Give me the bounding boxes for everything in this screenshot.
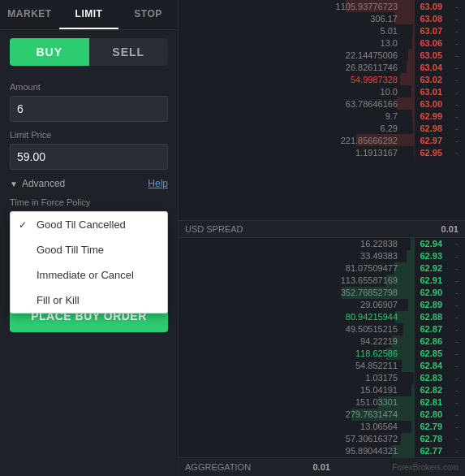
left-panel: MARKET LIMIT STOP BUY SELL Amount LTC Li… [0, 0, 179, 476]
bid-dash: - [442, 385, 459, 395]
buy-button[interactable]: BUY [10, 38, 89, 66]
ask-row: 1105.9377672363.09- [179, 0, 465, 12]
ask-price: 62.98 [398, 123, 442, 133]
amount-label: Amount [10, 82, 168, 92]
ask-row: 10.063.01- [179, 85, 465, 97]
bid-dash: - [442, 348, 459, 358]
bid-qty: 16.22838 [185, 239, 398, 249]
bid-dash: - [442, 397, 459, 407]
ask-dash: - [442, 148, 459, 158]
ask-qty: 10.0 [185, 87, 398, 97]
ask-price: 63.05 [398, 50, 442, 60]
ask-dash: - [442, 111, 459, 121]
ask-dash: - [442, 38, 459, 48]
limit-price-unit: USD [166, 146, 168, 167]
tab-limit[interactable]: LIMIT [59, 0, 118, 29]
tab-market[interactable]: MARKET [0, 0, 59, 29]
ask-dash: - [442, 123, 459, 133]
bid-dash: - [442, 263, 459, 273]
tif-dropdown[interactable]: Good Til Cancelled ▲ ✓ Good Til Cancelle… [10, 211, 168, 236]
aggregation-label: AGGREGATION [185, 462, 251, 472]
bid-price: 62.89 [398, 300, 442, 309]
bid-qty: 13.06564 [185, 422, 398, 431]
spread-label: USD SPREAD [185, 224, 441, 234]
amount-input-row: LTC [10, 96, 168, 122]
ask-row: 22.1447500663.05- [179, 49, 465, 61]
bids-section: 16.2283862.94-33.4938362.93-81.075094776… [179, 238, 465, 458]
bid-row: 29.0690762.89- [179, 299, 465, 311]
ask-qty: 9.7 [185, 111, 398, 121]
ask-row: 26.8261174663.04- [179, 61, 465, 73]
bid-dash: - [442, 409, 459, 419]
ask-price: 63.01 [398, 87, 442, 97]
bid-row: 16.2283862.94- [179, 238, 465, 250]
tif-label: Time in Force Policy [0, 194, 178, 211]
bid-qty: 81.07509477 [185, 263, 398, 273]
bid-qty: 54.852211 [185, 361, 398, 370]
bid-row: 33.4938362.93- [179, 250, 465, 262]
tif-option-gtt[interactable]: Good Till Time [11, 237, 167, 262]
ask-row: 5.0163.07- [179, 24, 465, 37]
ask-dash: - [442, 99, 459, 109]
bid-price: 62.79 [398, 422, 442, 431]
bid-dash: - [442, 275, 459, 285]
bid-dash: - [442, 422, 459, 431]
ask-row: 9.762.99- [179, 110, 465, 122]
limit-price-input-row: USD [10, 144, 168, 170]
ask-qty: 54.9987328 [185, 75, 398, 84]
ask-dash: - [442, 63, 459, 72]
ask-qty: 63.78646166 [185, 99, 398, 109]
ask-dash: - [442, 75, 459, 84]
bid-price: 62.93 [398, 251, 442, 261]
bid-row: 151.0330162.81- [179, 396, 465, 409]
help-link[interactable]: Help [148, 178, 168, 189]
bid-row: 94.2221962.86- [179, 335, 465, 348]
amount-section: Amount LTC [0, 74, 178, 122]
ask-row: 1.191316762.95- [179, 146, 465, 158]
bid-qty: 94.22219 [185, 336, 398, 346]
asks-section: 1105.9377672363.09-306.1763.08-5.0163.07… [179, 0, 465, 220]
bid-dash: - [442, 312, 459, 322]
tif-option-fok[interactable]: Fill or Kill [11, 288, 167, 313]
tif-option-fok-label: Fill or Kill [37, 294, 80, 306]
ask-row: 13.063.06- [179, 37, 465, 49]
ask-qty: 13.0 [185, 38, 398, 48]
bid-dash: - [442, 446, 459, 456]
bid-dash: - [442, 300, 459, 309]
ask-row: 63.7864616663.00- [179, 97, 465, 110]
bid-qty: 1.03175 [185, 373, 398, 383]
ask-row: 6.2962.98- [179, 122, 465, 134]
limit-price-section: Limit Price USD [0, 122, 178, 170]
bid-dash: - [442, 324, 459, 334]
tif-option-gtc[interactable]: ✓ Good Til Cancelled [11, 212, 167, 237]
advanced-toggle[interactable]: ▼ Advanced [10, 178, 65, 189]
amount-input[interactable] [11, 97, 166, 121]
bid-row: 279.763147462.80- [179, 409, 465, 421]
aggregation-value: 0.01 [312, 462, 329, 472]
tab-stop[interactable]: STOP [118, 0, 178, 29]
ask-dash: - [442, 50, 459, 60]
bid-qty: 49.50515215 [185, 324, 398, 334]
ask-dash: - [442, 87, 459, 97]
bid-dash: - [442, 239, 459, 249]
tif-option-ioc[interactable]: Immediate or Cancel [11, 262, 167, 288]
ask-dash: - [442, 2, 459, 11]
brand-logo: ForexBrokers.com [392, 463, 459, 472]
bid-row: 95.8904432162.77- [179, 445, 465, 457]
bid-qty: 95.89044321 [185, 446, 398, 456]
limit-price-input[interactable] [11, 145, 166, 169]
order-type-tabs: MARKET LIMIT STOP [0, 0, 178, 30]
tif-option-ioc-label: Immediate or Cancel [37, 269, 134, 281]
ask-dash: - [442, 14, 459, 24]
bid-qty: 29.06907 [185, 300, 398, 309]
check-icon: ✓ [19, 219, 30, 231]
bid-row: 80.9421594462.88- [179, 311, 465, 323]
bid-dash: - [442, 434, 459, 444]
limit-price-label: Limit Price [10, 130, 168, 140]
bid-price: 62.82 [398, 385, 442, 395]
spread-value: 0.01 [441, 224, 459, 234]
bid-qty: 33.49383 [185, 251, 398, 261]
sell-button[interactable]: SELL [89, 38, 169, 66]
bid-row: 352.7685279862.90- [179, 287, 465, 299]
ask-price: 62.99 [398, 111, 442, 121]
